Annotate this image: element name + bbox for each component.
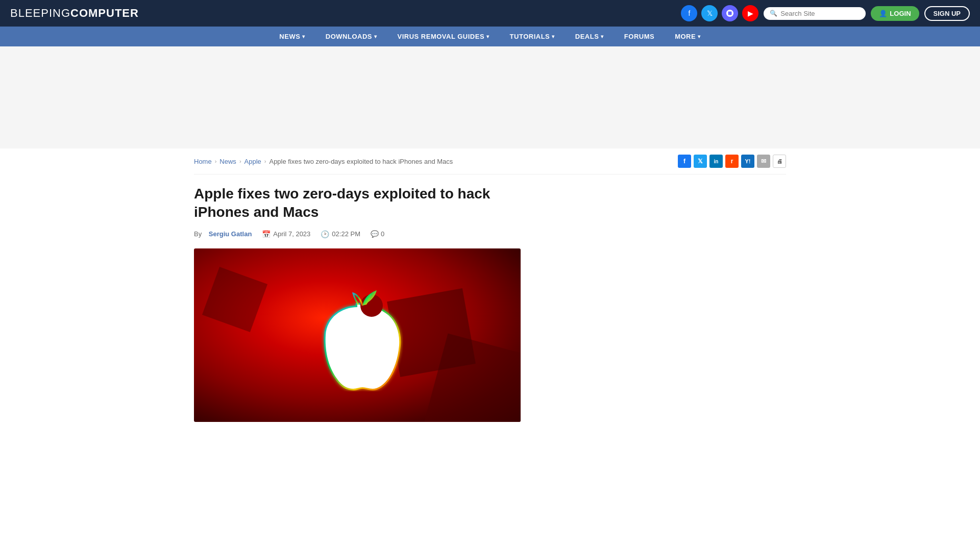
author-label: By — [194, 230, 202, 238]
nav-news-label: NEWS — [279, 33, 300, 40]
author-link[interactable]: Sergiu Gatlan — [209, 230, 252, 238]
breadcrumb-sep-1: › — [215, 158, 217, 164]
share-yammer-button[interactable]: Y! — [741, 155, 754, 168]
article-hero-image — [194, 248, 521, 422]
logo-text-bold: COMPUTER — [70, 7, 139, 19]
breadcrumb-sep-2: › — [239, 158, 241, 164]
breadcrumb-news[interactable]: News — [219, 158, 236, 165]
nav-tutorials-caret: ▾ — [552, 34, 555, 39]
share-reddit-button[interactable]: r — [725, 155, 739, 168]
nav-downloads-caret: ▾ — [374, 34, 377, 39]
nav-deals-label: DEALS — [575, 33, 599, 40]
nav-forums-label: FORUMS — [624, 33, 654, 40]
breadcrumb-current: Apple fixes two zero-days exploited to h… — [269, 158, 453, 165]
article-main: Apple fixes two zero-days exploited to h… — [194, 174, 521, 432]
share-icons-group: f 𝕏 in r Y! ✉ 🖨 — [678, 155, 786, 168]
article-author: By Sergiu Gatlan — [194, 230, 252, 238]
hero-image-inner — [194, 248, 521, 422]
nav-item-virus[interactable]: VIRUS REMOVAL GUIDES ▾ — [387, 27, 500, 46]
share-print-button[interactable]: 🖨 — [773, 155, 786, 168]
login-label: LOGIN — [890, 10, 911, 17]
nav-item-more[interactable]: MORE ▾ — [665, 27, 711, 46]
share-linkedin-button[interactable]: in — [709, 155, 723, 168]
share-email-button[interactable]: ✉ — [757, 155, 770, 168]
time-text: 02:22 PM — [332, 230, 360, 238]
nav-item-downloads[interactable]: DOWNLOADS ▾ — [315, 27, 387, 46]
main-nav: NEWS ▾ DOWNLOADS ▾ VIRUS REMOVAL GUIDES … — [0, 27, 980, 46]
mastodon-social-icon[interactable] — [722, 5, 738, 21]
nav-virus-caret: ▾ — [486, 34, 489, 39]
article-section: Apple fixes two zero-days exploited to h… — [194, 174, 521, 432]
article-comments[interactable]: 💬 0 — [371, 230, 384, 238]
nav-more-label: MORE — [675, 33, 696, 40]
search-input[interactable] — [780, 10, 860, 17]
sidebar — [536, 174, 689, 432]
breadcrumb-bar: Home › News › Apple › Apple fixes two ze… — [194, 148, 786, 174]
nav-more-caret: ▾ — [698, 34, 701, 39]
content-wrapper: Home › News › Apple › Apple fixes two ze… — [184, 148, 796, 447]
nav-item-news[interactable]: NEWS ▾ — [269, 27, 315, 46]
site-header: BLEEPINGCOMPUTER f 𝕏 ▶ 🔍 👤 LOGIN SIGN UP — [0, 0, 980, 27]
nav-downloads-label: DOWNLOADS — [326, 33, 372, 40]
social-icons-group: f 𝕏 ▶ — [681, 5, 758, 21]
nav-item-deals[interactable]: DEALS ▾ — [565, 27, 614, 46]
login-button[interactable]: 👤 LOGIN — [871, 6, 919, 21]
advertisement-banner — [0, 46, 980, 148]
signup-button[interactable]: SIGN UP — [924, 6, 970, 21]
main-layout: Apple fixes two zero-days exploited to h… — [194, 174, 786, 447]
comment-icon: 💬 — [371, 230, 379, 238]
share-twitter-button[interactable]: 𝕏 — [694, 155, 707, 168]
logo-text-light: BLEEPING — [10, 7, 70, 19]
user-icon: 👤 — [879, 10, 887, 17]
clock-icon: 🕑 — [321, 230, 329, 238]
signup-label: SIGN UP — [934, 10, 961, 17]
nav-item-tutorials[interactable]: TUTORIALS ▾ — [500, 27, 565, 46]
nav-virus-label: VIRUS REMOVAL GUIDES — [398, 33, 485, 40]
nav-tutorials-label: TUTORIALS — [510, 33, 550, 40]
article-date: 📅 April 7, 2023 — [262, 230, 310, 238]
date-text: April 7, 2023 — [273, 230, 310, 238]
breadcrumb-home[interactable]: Home — [194, 158, 212, 165]
apple-logo-svg — [311, 279, 403, 391]
search-icon: 🔍 — [770, 10, 777, 17]
site-logo[interactable]: BLEEPINGCOMPUTER — [10, 7, 139, 20]
search-bar[interactable]: 🔍 — [764, 7, 866, 20]
breadcrumb-apple[interactable]: Apple — [244, 158, 261, 165]
breadcrumb: Home › News › Apple › Apple fixes two ze… — [194, 158, 453, 165]
nav-deals-caret: ▾ — [601, 34, 604, 39]
youtube-social-icon[interactable]: ▶ — [742, 5, 758, 21]
article-meta: By Sergiu Gatlan 📅 April 7, 2023 🕑 02:22… — [194, 230, 521, 238]
header-right: f 𝕏 ▶ 🔍 👤 LOGIN SIGN UP — [681, 5, 970, 21]
share-facebook-button[interactable]: f — [678, 155, 691, 168]
article-title: Apple fixes two zero-days exploited to h… — [194, 185, 521, 222]
calendar-icon: 📅 — [262, 230, 271, 238]
comments-count-text: 0 — [381, 230, 384, 238]
twitter-social-icon[interactable]: 𝕏 — [701, 5, 718, 21]
article-time: 🕑 02:22 PM — [321, 230, 360, 238]
breadcrumb-sep-3: › — [264, 158, 266, 164]
facebook-social-icon[interactable]: f — [681, 5, 697, 21]
nav-news-caret: ▾ — [302, 34, 305, 39]
nav-item-forums[interactable]: FORUMS — [614, 27, 665, 46]
